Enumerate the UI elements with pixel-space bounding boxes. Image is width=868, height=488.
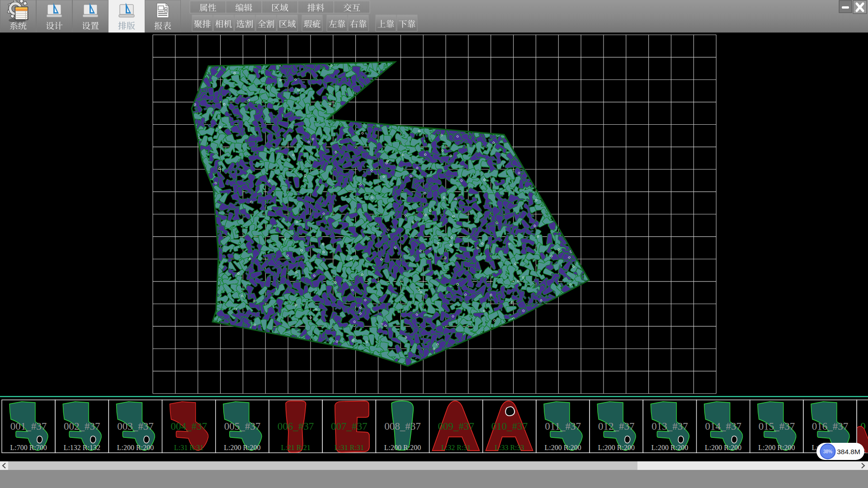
svg-text:003_#37: 003_#37 bbox=[117, 421, 154, 432]
svg-text:014_#37: 014_#37 bbox=[705, 421, 741, 432]
svg-text:007_#37: 007_#37 bbox=[331, 421, 368, 432]
svg-text:L:200 R:200: L:200 R:200 bbox=[384, 444, 421, 451]
svg-text:L:32 R:31: L:32 R:31 bbox=[441, 444, 471, 451]
svg-text:016_#37: 016_#37 bbox=[812, 421, 849, 432]
svg-text:L:31 R:31: L:31 R:31 bbox=[174, 444, 203, 451]
svg-text:L:200 R:200: L:200 R:200 bbox=[758, 444, 795, 451]
svg-text:L:33 R:33: L:33 R:33 bbox=[495, 444, 524, 451]
svg-text:011_#37: 011_#37 bbox=[545, 421, 581, 432]
svg-text:L:700 R:700: L:700 R:700 bbox=[10, 444, 47, 451]
svg-text:010_#37: 010_#37 bbox=[491, 421, 528, 432]
svg-text:L:200 R:200: L:200 R:200 bbox=[705, 444, 741, 451]
svg-text:012_#37: 012_#37 bbox=[598, 421, 635, 432]
svg-text:L:200 R:200: L:200 R:200 bbox=[651, 444, 688, 451]
svg-text:005_#37: 005_#37 bbox=[224, 421, 261, 432]
svg-text:006_#37: 006_#37 bbox=[278, 421, 314, 432]
svg-text:L:200 R:200: L:200 R:200 bbox=[598, 444, 635, 451]
svg-text:009_#37: 009_#37 bbox=[438, 421, 474, 432]
svg-text:L:21 R:21: L:21 R:21 bbox=[281, 444, 310, 451]
svg-text:013_#37: 013_#37 bbox=[651, 421, 688, 432]
svg-text:008_#37: 008_#37 bbox=[384, 421, 421, 432]
svg-text:L:132 R:132: L:132 R:132 bbox=[64, 444, 100, 451]
svg-text:L:200 R:200: L:200 R:200 bbox=[544, 444, 581, 451]
svg-text:L:200 R:200: L:200 R:200 bbox=[224, 444, 260, 451]
svg-text:L:31 R:31: L:31 R:31 bbox=[335, 444, 364, 451]
svg-text:38%: 38% bbox=[823, 449, 832, 454]
svg-text:002_#37: 002_#37 bbox=[64, 421, 100, 432]
svg-text:004_#37: 004_#37 bbox=[170, 421, 207, 432]
svg-text:001_#37: 001_#37 bbox=[10, 421, 47, 432]
svg-text:015_#37: 015_#37 bbox=[759, 421, 795, 432]
svg-text:384.8M: 384.8M bbox=[837, 448, 860, 455]
svg-text:L:200 R:200: L:200 R:200 bbox=[117, 444, 154, 451]
